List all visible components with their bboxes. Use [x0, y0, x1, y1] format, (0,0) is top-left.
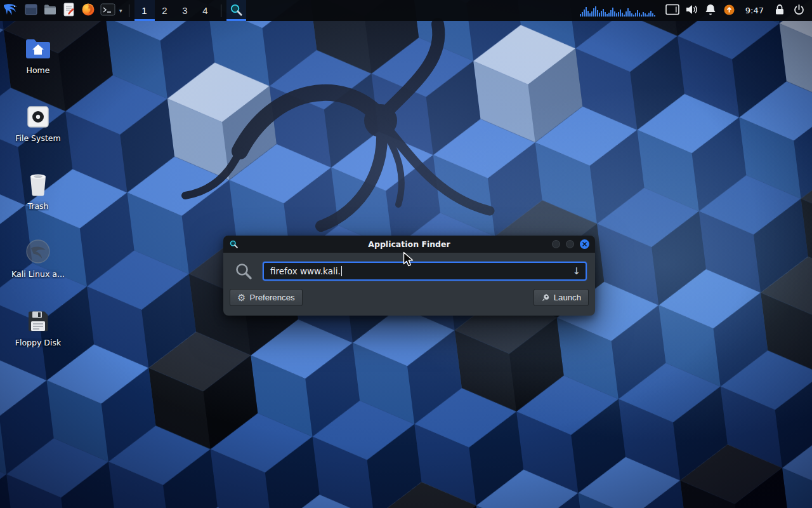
application-finder-window: Application Finder firefox www.kali. ↓ — [223, 236, 595, 316]
top-panel: ▾ 1 2 3 4 — [0, 0, 812, 21]
updates-indicator[interactable] — [720, 0, 739, 21]
terminal-launcher[interactable] — [98, 0, 118, 21]
desktop-icon-kali-docs[interactable]: Kali Linux a... — [6, 238, 70, 279]
search-row: firefox www.kali. ↓ — [223, 253, 595, 281]
volume-indicator[interactable] — [682, 0, 701, 21]
clock[interactable]: 9:47 — [739, 0, 770, 21]
launch-button[interactable]: Launch — [534, 289, 589, 306]
app-finder-panel-button[interactable] — [226, 0, 246, 21]
desktop-icon-home[interactable]: Home — [6, 34, 70, 75]
workspace-switcher: 1 2 3 4 — [134, 0, 216, 21]
button-row: ⚙ Preferences Launch — [223, 281, 595, 306]
close-button[interactable] — [580, 239, 589, 249]
workspace-4[interactable]: 4 — [195, 0, 216, 21]
chevron-down-icon[interactable]: ▾ — [118, 0, 124, 21]
text-editor-launcher[interactable] — [60, 0, 79, 21]
desktop-icon-label: File System — [15, 133, 61, 143]
desktop-icon-floppy-disk[interactable]: Floppy Disk — [6, 307, 70, 347]
folder-icon — [43, 3, 57, 18]
home-icon — [25, 34, 51, 61]
minimize-button[interactable] — [552, 240, 560, 248]
search-input[interactable]: firefox www.kali. ↓ — [263, 262, 587, 281]
window-title: Application Finder — [223, 239, 595, 249]
dropdown-arrow-icon[interactable]: ↓ — [572, 267, 580, 276]
window-controls — [552, 239, 589, 249]
gear-icon: ⚙ — [237, 293, 246, 302]
maximize-button[interactable] — [566, 240, 574, 248]
close-icon — [580, 239, 589, 249]
lock-button[interactable] — [770, 0, 789, 21]
workspace-1[interactable]: 1 — [134, 0, 155, 21]
preferences-button[interactable]: ⚙ Preferences — [230, 289, 303, 306]
text-caret — [341, 266, 342, 276]
file-manager-icon — [24, 3, 38, 18]
window-app-finder-icon — [229, 239, 239, 249]
notifications-indicator[interactable] — [701, 0, 720, 21]
panel-separator — [221, 4, 221, 17]
workspace-2[interactable]: 2 — [155, 0, 175, 21]
kali-menu-button[interactable] — [0, 0, 22, 21]
display-indicator[interactable] — [663, 0, 682, 21]
titlebar[interactable]: Application Finder — [223, 236, 595, 253]
search-text: firefox www.kali. — [270, 266, 341, 276]
panel-left: ▾ 1 2 3 4 — [0, 0, 246, 21]
window-body: firefox www.kali. ↓ ⚙ Preferences Launch — [223, 253, 595, 306]
file-system-icon — [26, 102, 50, 129]
desktop-icon-label: Kali Linux a... — [11, 269, 65, 279]
lock-icon — [775, 3, 785, 18]
desktop-icon-trash[interactable]: Trash — [6, 170, 70, 211]
logout-button[interactable] — [789, 0, 808, 21]
file-manager-launcher[interactable] — [22, 0, 41, 21]
firefox-icon — [81, 3, 95, 18]
text-editor-icon — [63, 3, 75, 18]
workspace-3[interactable]: 3 — [175, 0, 195, 21]
panel-right: 9:47 — [580, 0, 812, 21]
app-finder-icon — [229, 3, 244, 19]
launch-label: Launch — [554, 293, 581, 302]
logout-icon — [793, 4, 805, 18]
desktop-icon-label: Home — [27, 65, 50, 75]
panel-separator — [129, 4, 129, 17]
preferences-label: Preferences — [249, 293, 294, 302]
desktop-icon-label: Trash — [27, 201, 48, 211]
desktop: ▾ 1 2 3 4 — [0, 0, 812, 508]
folder-launcher[interactable] — [41, 0, 60, 21]
display-icon — [665, 4, 679, 17]
terminal-icon — [100, 3, 115, 18]
audio-visualizer — [580, 4, 655, 17]
trash-icon — [27, 170, 49, 197]
floppy-disk-icon — [26, 307, 50, 333]
firefox-launcher[interactable] — [79, 0, 98, 21]
kali-docs-icon — [25, 238, 51, 265]
updates-icon — [723, 4, 735, 18]
launch-icon — [541, 293, 550, 302]
notifications-bell-icon — [705, 3, 716, 18]
volume-icon — [685, 4, 698, 17]
kali-menu-icon — [3, 1, 19, 20]
desktop-icon-file-system[interactable]: File System — [6, 102, 70, 143]
desktop-icon-label: Floppy Disk — [15, 338, 61, 347]
search-icon — [234, 262, 253, 281]
